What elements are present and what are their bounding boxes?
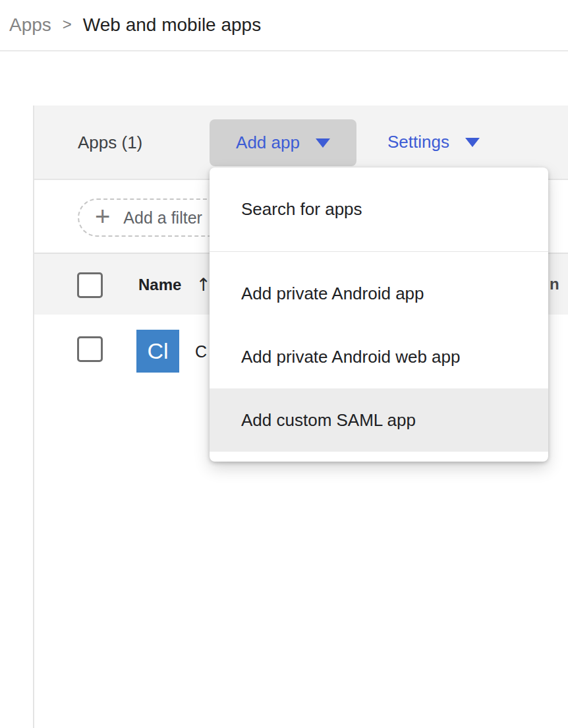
menu-divider [210, 251, 548, 252]
add-app-button[interactable]: Add app [210, 119, 356, 166]
menu-item-add-private-android-web-app[interactable]: Add private Android web app [210, 325, 548, 388]
breadcrumb-chevron-icon: > [63, 15, 72, 35]
menu-item-add-custom-saml-app[interactable]: Add custom SAML app [210, 388, 548, 452]
apps-count-label: Apps (1) [78, 132, 142, 152]
app-avatar: Cl [136, 330, 179, 373]
name-column-header[interactable]: Name ↑ [138, 274, 211, 295]
name-column-label: Name [138, 275, 181, 293]
menu-item-search-for-apps[interactable]: Search for apps [210, 177, 548, 241]
web-and-mobile-apps-page: Apps > Web and mobile apps Apps (1) Add … [0, 0, 568, 728]
add-filter-label: Add a filter [123, 208, 202, 228]
plus-icon: + [95, 203, 110, 229]
breadcrumb: Apps > Web and mobile apps [0, 0, 568, 51]
add-app-button-label: Add app [236, 133, 300, 153]
chevron-down-icon [465, 138, 480, 147]
settings-button-label: Settings [387, 132, 449, 152]
app-avatar-initials: Cl [147, 338, 168, 364]
page-title: Web and mobile apps [83, 15, 261, 36]
menu-item-add-private-android-app[interactable]: Add private Android app [210, 262, 548, 325]
add-app-dropdown-menu: Search for apps Add private Android app … [210, 167, 548, 462]
truncated-column-header: n [550, 275, 559, 293]
breadcrumb-apps-link[interactable]: Apps [9, 15, 51, 36]
add-filter-button[interactable]: + Add a filter [78, 198, 231, 237]
sort-ascending-icon: ↑ [196, 274, 211, 295]
chevron-down-icon [316, 138, 330, 148]
app-name: C [195, 342, 207, 361]
select-all-checkbox[interactable] [77, 272, 103, 298]
row-checkbox[interactable] [77, 336, 103, 362]
